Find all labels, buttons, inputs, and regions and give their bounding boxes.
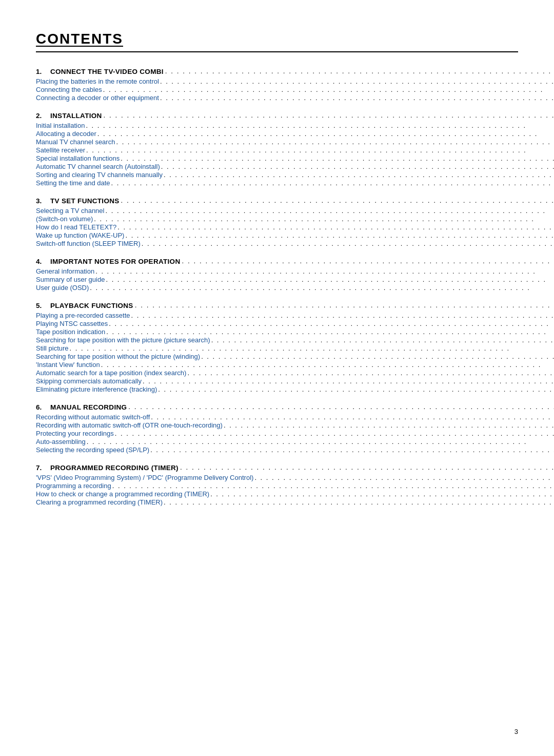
sub-item-label[interactable]: Auto-assembling [36, 438, 86, 445]
list-item: Tape position indication15 [36, 328, 554, 336]
sub-dots [210, 336, 554, 344]
sub-item-label[interactable]: Automatic search for a tape position (in… [36, 369, 186, 377]
list-item: General information13 [36, 267, 554, 275]
section-5: 5.PLAYBACK FUNCTIONS15Playing a pre-reco… [36, 302, 554, 393]
sub-item-label[interactable]: Protecting your recordings [36, 430, 114, 437]
list-item: Searching for tape position without the … [36, 353, 554, 360]
sub-item-label[interactable]: Skipping commercials automatically [36, 377, 142, 385]
section-7: 7.PROGRAMMED RECORDING (TIMER)20'VPS' (V… [36, 464, 554, 506]
list-item: Satellite receiver7 [36, 146, 554, 154]
sub-item-label[interactable]: (Switch-on volume) [36, 215, 93, 223]
list-item: Protecting your recordings19 [36, 430, 554, 437]
section-title: PLAYBACK FUNCTIONS [50, 302, 133, 309]
list-item: Switch-off function (SLEEP TIMER)12 [36, 240, 554, 247]
sub-item-label[interactable]: Playing a pre-recorded cassette [36, 312, 130, 319]
sub-item-label[interactable]: How do I read TELETEXT? [36, 223, 116, 231]
sub-item-label[interactable]: Searching for tape position without the … [36, 353, 200, 360]
sub-item-label[interactable]: Recording without automatic switch-off [36, 413, 150, 421]
list-item: Initial installation6 [36, 122, 554, 129]
list-item: Allocating a decoder6 [36, 130, 554, 138]
list-item: Clearing a programmed recording (TIMER)2… [36, 498, 554, 506]
section-3: 3.TV SET FUNCTIONS10Selecting a TV chann… [36, 197, 554, 247]
sub-item-label[interactable]: How to check or change a programmed reco… [36, 490, 209, 498]
sub-item-label[interactable]: Wake up function (WAKE-UP) [36, 231, 124, 239]
sub-item-label[interactable]: Selecting a TV channel [36, 207, 104, 215]
section-number: 6. [36, 403, 46, 411]
sub-item-label[interactable]: Connecting the cables [36, 86, 102, 93]
section-number: 1. [36, 68, 46, 75]
sub-dots [108, 320, 554, 327]
sub-item-label[interactable]: Setting the time and date [36, 179, 110, 187]
section-number: 7. [36, 464, 46, 472]
sub-item-label[interactable]: Tape position indication [36, 328, 105, 336]
list-item: Wake up function (WAKE-UP)11 [36, 231, 554, 239]
list-item: Selecting the recording speed (SP/LP)19 [36, 446, 554, 454]
list-item: Connecting a decoder or other equipment5 [36, 94, 554, 102]
sub-item-label[interactable]: Programming a recording [36, 482, 111, 490]
sub-item-label[interactable]: Placing the batteries in the remote cont… [36, 77, 159, 85]
sub-dots [200, 353, 554, 360]
sub-item-label[interactable]: Playing NTSC cassettes [36, 320, 108, 327]
sub-item-label[interactable]: Still picture [36, 344, 69, 352]
list-item: Playing NTSC cassettes15 [36, 320, 554, 327]
sub-item-label[interactable]: General information [36, 267, 94, 275]
sub-item-label[interactable]: Automatic TV channel search (Autoinstall… [36, 163, 160, 170]
list-item: Connecting the cables5 [36, 86, 554, 93]
list-item: Manual TV channel search7 [36, 138, 554, 146]
left-column: 1.CONNECT THE TV-VIDEO COMBI4Placing the… [36, 68, 554, 516]
sub-item-label[interactable]: Initial installation [36, 122, 85, 129]
list-item: Automatic TV channel search (Autoinstall… [36, 163, 554, 170]
section-4: 4.IMPORTANT NOTES FOR OPERATION13General… [36, 258, 554, 292]
list-item: Automatic search for a tape position (in… [36, 369, 554, 377]
sub-item-label[interactable]: Recording with automatic switch-off (OTR… [36, 421, 223, 429]
section-number: 3. [36, 197, 46, 205]
sub-dots [159, 77, 554, 85]
list-item: Auto-assembling19 [36, 438, 554, 445]
section-2: 2.INSTALLATION6Initial installation6Allo… [36, 112, 554, 187]
list-item: Searching for tape position with the pic… [36, 336, 554, 344]
dots [127, 403, 554, 411]
list-item: Playing a pre-recorded cassette15 [36, 312, 554, 319]
sub-item-label[interactable]: Selecting the recording speed (SP/LP) [36, 446, 149, 454]
sub-item-label[interactable]: Connecting a decoder or other equipment [36, 94, 159, 102]
sub-dots [115, 138, 554, 146]
section-title: CONNECT THE TV-VIDEO COMBI [50, 68, 164, 75]
sub-item-label[interactable]: Allocating a decoder [36, 130, 96, 138]
list-item: How do I read TELETEXT?11 [36, 223, 554, 231]
page-number: 3 [515, 728, 518, 735]
sub-item-label[interactable]: Eliminating picture interference (tracki… [36, 385, 157, 393]
section-1: 1.CONNECT THE TV-VIDEO COMBI4Placing the… [36, 68, 554, 102]
sub-item-label[interactable]: Switch-off function (SLEEP TIMER) [36, 240, 141, 247]
section-title: IMPORTANT NOTES FOR OPERATION [50, 258, 180, 265]
dots [133, 301, 554, 309]
sub-dots [116, 223, 554, 231]
sub-item-label[interactable]: 'Instant View' function [36, 361, 100, 369]
sub-item-label[interactable]: Special installation functions [36, 154, 120, 162]
section-title: INSTALLATION [50, 112, 102, 120]
sub-dots [105, 276, 554, 283]
sub-dots [85, 146, 554, 154]
sub-item-label[interactable]: Searching for tape position with the pic… [36, 336, 210, 344]
sub-item-label[interactable]: 'VPS' (Video Programming System) / 'PDC'… [36, 474, 253, 481]
sub-item-label[interactable]: Satellite receiver [36, 146, 85, 154]
sub-dots [102, 86, 554, 93]
list-item: How to check or change a programmed reco… [36, 490, 554, 498]
list-item: 'VPS' (Video Programming System) / 'PDC'… [36, 474, 554, 481]
sub-dots [157, 385, 554, 393]
sub-dots [120, 154, 554, 162]
list-item: Summary of user guide14 [36, 276, 554, 283]
sub-item-label[interactable]: Manual TV channel search [36, 138, 115, 146]
sub-dots [69, 344, 554, 352]
sub-item-label[interactable]: Clearing a programmed recording (TIMER) [36, 498, 163, 506]
sub-dots [111, 482, 554, 490]
list-item: Programming a recording20 [36, 482, 554, 490]
sub-dots [141, 240, 554, 247]
divider [36, 51, 518, 52]
sub-item-label[interactable]: Sorting and clearing TV channels manuall… [36, 171, 163, 179]
sub-dots [100, 361, 554, 369]
dots [120, 197, 554, 205]
sub-item-label[interactable]: Summary of user guide [36, 276, 105, 283]
list-item: Sorting and clearing TV channels manuall… [36, 171, 554, 179]
sub-item-label[interactable]: User guide (OSD) [36, 284, 89, 292]
sub-dots [89, 284, 554, 292]
